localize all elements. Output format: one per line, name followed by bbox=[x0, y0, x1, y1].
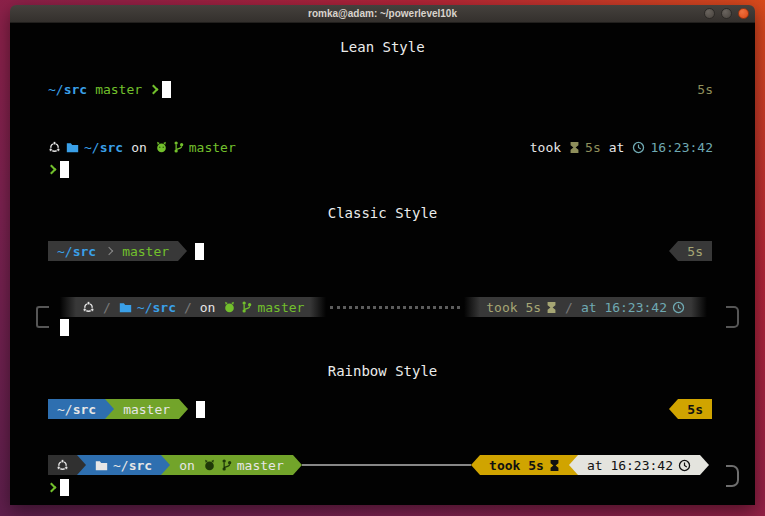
maximize-button[interactable] bbox=[721, 8, 732, 19]
powerline-arrow bbox=[293, 455, 302, 475]
duration-label: 5s bbox=[697, 82, 713, 97]
section-heading-classic: Classic Style bbox=[10, 205, 755, 221]
git-branch-icon bbox=[221, 458, 232, 472]
duration-label: 5s bbox=[687, 244, 703, 259]
git-branch: master bbox=[122, 244, 169, 259]
dir-name: src bbox=[73, 402, 96, 417]
powerline-arrow bbox=[669, 241, 678, 261]
clock-icon bbox=[632, 141, 645, 154]
window-controls bbox=[704, 8, 749, 19]
git-branch-icon bbox=[241, 300, 252, 314]
close-button[interactable] bbox=[738, 8, 749, 19]
powerline-arrow bbox=[178, 241, 187, 261]
took-label: took 5s bbox=[489, 458, 544, 473]
at-label: at bbox=[609, 140, 625, 155]
os-ubuntu-icon bbox=[82, 301, 95, 314]
prompt-chevron-icon bbox=[149, 84, 159, 94]
separator-chevron-icon bbox=[105, 247, 113, 255]
git-branch: master bbox=[95, 82, 142, 97]
os-ubuntu-icon bbox=[48, 141, 61, 154]
github-octocat-icon bbox=[203, 459, 216, 471]
folder-icon bbox=[119, 301, 132, 313]
hourglass-icon bbox=[569, 141, 580, 154]
dir-name: src bbox=[73, 244, 96, 259]
block-cursor bbox=[60, 319, 69, 336]
section-heading-rainbow: Rainbow Style bbox=[10, 363, 755, 379]
github-octocat-icon bbox=[223, 301, 236, 313]
block-cursor bbox=[195, 243, 204, 260]
folder-icon bbox=[95, 459, 108, 471]
git-branch: master bbox=[257, 300, 304, 315]
segment-fade bbox=[60, 297, 76, 317]
block-cursor bbox=[60, 161, 69, 178]
clock-icon bbox=[678, 459, 691, 472]
terminal-window: romka@adam: ~/powerlevel10k Lean Style ~… bbox=[10, 5, 755, 505]
window-title: romka@adam: ~/powerlevel10k bbox=[10, 5, 755, 23]
powerline-arrow bbox=[77, 455, 86, 475]
on-label: on bbox=[179, 458, 195, 473]
frame-bracket-right bbox=[726, 465, 739, 487]
minimize-button[interactable] bbox=[704, 8, 715, 19]
dir-name: src bbox=[100, 140, 123, 155]
desktop-wallpaper: romka@adam: ~/powerlevel10k Lean Style ~… bbox=[0, 0, 765, 516]
hourglass-icon bbox=[549, 459, 560, 472]
lean-prompt-1: ~/srcmaster 5s bbox=[10, 79, 755, 99]
terminal-canvas[interactable]: Lean Style ~/srcmaster 5s ~/src on maste… bbox=[10, 23, 755, 505]
powerline-arrow bbox=[669, 399, 678, 419]
rainbow-prompt-2: ~/src on master took 5s a bbox=[10, 455, 755, 497]
block-cursor bbox=[162, 81, 171, 98]
powerline-arrow bbox=[161, 455, 170, 475]
separator-slash: / bbox=[565, 300, 573, 315]
git-branch-icon bbox=[173, 140, 184, 154]
dir-name: src bbox=[64, 82, 87, 97]
took-label: took 5s bbox=[486, 300, 541, 315]
block-cursor bbox=[196, 401, 205, 418]
segment-fade bbox=[464, 297, 480, 317]
on-label: on bbox=[131, 140, 147, 155]
block-cursor bbox=[60, 479, 69, 496]
powerline-arrow bbox=[105, 399, 114, 419]
prompt-chevron-icon bbox=[47, 164, 57, 174]
clock-icon bbox=[672, 301, 685, 314]
dir-prefix: ~/ bbox=[113, 458, 129, 473]
duration-label: 5s bbox=[585, 140, 601, 155]
dir-prefix: ~/ bbox=[84, 140, 100, 155]
duration-label: 5s bbox=[687, 402, 703, 417]
os-ubuntu-icon bbox=[56, 459, 69, 472]
dir-prefix: ~/ bbox=[57, 244, 73, 259]
dir-prefix: ~/ bbox=[57, 402, 73, 417]
folder-icon bbox=[66, 141, 79, 153]
git-branch: master bbox=[237, 458, 284, 473]
separator-slash: / bbox=[184, 300, 192, 315]
git-branch: master bbox=[123, 402, 170, 417]
classic-prompt-1: ~/src master 5s bbox=[10, 241, 755, 261]
powerline-arrow bbox=[179, 399, 188, 419]
dir-name: src bbox=[129, 458, 152, 473]
dir-name: src bbox=[152, 300, 175, 315]
lean-prompt-2-line-1: ~/src on master took 5s at 16:23:42 bbox=[10, 137, 755, 157]
took-label: took bbox=[530, 140, 561, 155]
git-branch: master bbox=[189, 140, 236, 155]
at-time-label: at 16:23:42 bbox=[587, 458, 673, 473]
on-label: on bbox=[200, 300, 216, 315]
prompt-chevron-icon bbox=[47, 482, 57, 492]
segment-fade bbox=[310, 297, 326, 317]
powerline-arrow bbox=[569, 455, 578, 475]
classic-prompt-2: / ~/src / on master took 5s bbox=[10, 297, 755, 337]
separator-slash: / bbox=[103, 300, 111, 315]
powerline-arrow bbox=[700, 455, 709, 475]
dir-prefix: ~/ bbox=[137, 300, 153, 315]
lean-prompt-2-line-2 bbox=[10, 159, 755, 179]
time-label: 16:23:42 bbox=[650, 140, 713, 155]
section-heading-lean: Lean Style bbox=[10, 39, 755, 55]
dir-prefix: ~/ bbox=[48, 82, 64, 97]
frame-dotted-connector bbox=[330, 306, 460, 309]
frame-bracket-left bbox=[36, 306, 49, 328]
powerline-arrow bbox=[471, 455, 480, 475]
at-time-label: at 16:23:42 bbox=[581, 300, 667, 315]
titlebar[interactable]: romka@adam: ~/powerlevel10k bbox=[10, 5, 755, 23]
hourglass-icon bbox=[546, 301, 557, 314]
frame-line-connector bbox=[302, 464, 471, 466]
rainbow-prompt-1: ~/src master 5s bbox=[10, 399, 755, 419]
github-octocat-icon bbox=[155, 141, 168, 153]
